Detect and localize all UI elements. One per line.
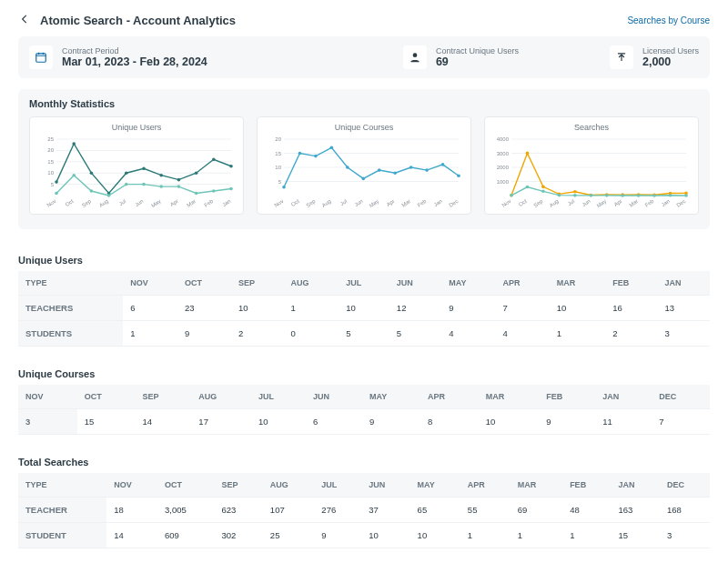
table-header: TYPE xyxy=(18,473,106,498)
table-cell: 4 xyxy=(441,321,495,347)
table-cell: 163 xyxy=(612,498,660,523)
table-cell: 48 xyxy=(562,498,611,523)
table-cell: 69 xyxy=(511,498,562,523)
unique-users-table: TYPENOVOCTSEPAUGJULJUNMAYAPRMARFEBJANTEA… xyxy=(18,271,710,347)
svg-point-63 xyxy=(441,163,445,166)
svg-point-99 xyxy=(541,190,545,194)
table-cell: 276 xyxy=(314,498,361,523)
table-header: JUL xyxy=(314,473,361,498)
svg-text:Oct: Oct xyxy=(290,198,300,207)
monthly-stats-title: Monthly Statistics xyxy=(29,98,699,109)
row-label: TEACHER xyxy=(18,498,106,523)
table-cell: 1 xyxy=(123,321,177,347)
table-cell: 16 xyxy=(605,296,657,321)
table-cell: 3 xyxy=(660,523,710,548)
svg-text:Jun: Jun xyxy=(581,198,591,207)
table-cell: 7 xyxy=(652,409,710,435)
svg-point-12 xyxy=(55,180,58,184)
svg-point-30 xyxy=(177,185,181,188)
svg-text:Jan: Jan xyxy=(433,198,443,207)
svg-point-19 xyxy=(177,178,181,182)
chart-card-0: Unique Users510152025NovOctSepAugJulJunM… xyxy=(29,116,244,215)
svg-point-31 xyxy=(195,192,198,196)
unique-users-value: 69 xyxy=(436,55,519,68)
table-cell: 5 xyxy=(389,321,441,347)
svg-point-108 xyxy=(684,194,688,197)
table-header: JUL xyxy=(339,271,389,296)
svg-text:Feb: Feb xyxy=(203,198,214,208)
table-cell: 65 xyxy=(410,498,460,523)
svg-point-86 xyxy=(526,152,530,156)
svg-text:Apr: Apr xyxy=(613,198,623,207)
table-cell: 10 xyxy=(479,409,539,435)
table-cell: 107 xyxy=(263,498,315,523)
row-label: STUDENTS xyxy=(18,321,123,347)
svg-point-53 xyxy=(282,186,286,189)
svg-point-61 xyxy=(410,166,413,169)
page-title: Atomic Search - Account Analytics xyxy=(40,14,236,27)
chart-card-1: Unique Courses5101520NovOctSepAugJulJunM… xyxy=(257,116,471,215)
table-header: JUN xyxy=(389,271,441,296)
svg-point-60 xyxy=(393,171,397,175)
svg-text:10: 10 xyxy=(47,170,54,176)
table-header: JUL xyxy=(251,385,306,409)
table-cell: 1 xyxy=(562,523,611,548)
svg-point-24 xyxy=(72,174,76,177)
svg-point-21 xyxy=(212,158,216,162)
svg-text:3000: 3000 xyxy=(497,151,510,156)
svg-text:Aug: Aug xyxy=(98,198,109,208)
table-cell: 1 xyxy=(283,296,339,321)
table-cell: 3,005 xyxy=(157,498,214,523)
svg-text:Nov: Nov xyxy=(273,198,284,208)
svg-point-55 xyxy=(314,155,318,158)
table-header: JAN xyxy=(658,271,710,296)
svg-text:25: 25 xyxy=(47,136,54,142)
svg-point-33 xyxy=(229,187,233,191)
table-cell: 14 xyxy=(106,523,157,548)
unique-courses-table: NOVOCTSEPAUGJULJUNMAYAPRMARFEBJANDEC3151… xyxy=(18,385,710,435)
back-arrow-icon[interactable] xyxy=(18,13,31,27)
table-cell: 623 xyxy=(214,498,262,523)
svg-point-25 xyxy=(90,189,94,193)
table-header: APR xyxy=(496,271,550,296)
table-header: MAY xyxy=(410,473,460,498)
table-cell: 10 xyxy=(361,523,410,548)
table-header: NOV xyxy=(106,473,157,498)
searches-by-course-link[interactable]: Searches by Course xyxy=(627,15,710,25)
table-header: NOV xyxy=(123,271,177,296)
summary-bar: Contract Period Mar 01, 2023 - Feb 28, 2… xyxy=(18,36,710,78)
svg-text:4000: 4000 xyxy=(497,136,510,142)
table-cell: 10 xyxy=(231,296,283,321)
table-header: SEP xyxy=(135,385,191,409)
svg-text:Jun: Jun xyxy=(134,198,144,207)
table-header: MAR xyxy=(511,473,562,498)
table-cell: 4 xyxy=(496,321,550,347)
svg-point-87 xyxy=(541,186,545,189)
svg-text:Nov: Nov xyxy=(500,198,511,208)
table-cell: 168 xyxy=(660,498,710,523)
unique-users-table-title: Unique Users xyxy=(18,255,710,266)
table-cell: 609 xyxy=(157,523,214,548)
svg-point-107 xyxy=(669,194,672,197)
table-header: JAN xyxy=(595,385,652,409)
table-cell: 9 xyxy=(362,409,420,435)
svg-point-98 xyxy=(526,186,530,189)
svg-text:15: 15 xyxy=(275,151,281,156)
table-header: JUN xyxy=(306,385,362,409)
table-cell: 3 xyxy=(658,321,710,347)
table-row: TEACHER183,0056231072763765556948163168 xyxy=(18,498,710,523)
total-searches-table: TYPENOVOCTSEPAUGJULJUNMAYAPRMARFEBJANDEC… xyxy=(18,473,710,548)
table-header: AUG xyxy=(283,271,339,296)
table-cell: 13 xyxy=(658,296,710,321)
svg-point-23 xyxy=(55,192,58,196)
svg-point-27 xyxy=(125,183,128,186)
table-header: SEP xyxy=(231,271,283,296)
svg-text:5: 5 xyxy=(278,179,282,185)
table-cell: 11 xyxy=(595,409,652,435)
svg-point-32 xyxy=(212,189,216,193)
svg-text:Nov: Nov xyxy=(46,198,56,208)
upload-icon xyxy=(610,45,633,69)
table-header: DEC xyxy=(652,385,710,409)
table-header: FEB xyxy=(539,385,595,409)
svg-text:Aug: Aug xyxy=(549,198,560,208)
